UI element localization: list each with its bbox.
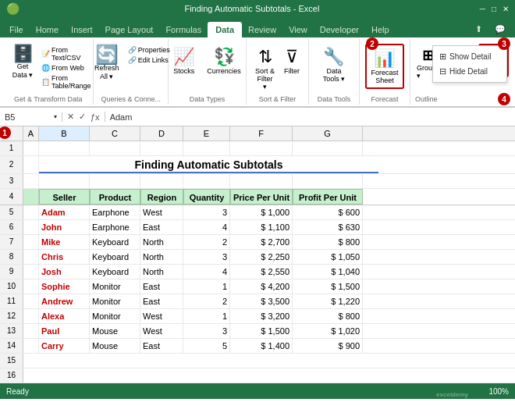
tab-view[interactable]: View bbox=[282, 22, 314, 37]
cell-seller[interactable]: Josh bbox=[39, 265, 90, 279]
cell-seller[interactable]: Paul bbox=[39, 324, 90, 338]
cell-product[interactable]: Keyboard bbox=[90, 235, 140, 249]
cell-profit[interactable]: $ 1,050 bbox=[293, 250, 363, 264]
cancel-formula-icon[interactable]: ✕ bbox=[66, 112, 76, 122]
cell-product[interactable]: Monitor bbox=[90, 294, 140, 308]
cell-region[interactable]: North bbox=[140, 265, 183, 279]
show-detail-button[interactable]: ⊞ Show Detail bbox=[436, 49, 503, 64]
cell-empty[interactable] bbox=[23, 205, 39, 219]
cell-b1[interactable] bbox=[39, 141, 90, 155]
cell-qty[interactable]: 2 bbox=[183, 235, 230, 249]
sort-filter-button[interactable]: ⇅ Sort &Filter ▾ bbox=[251, 44, 279, 94]
cell-empty[interactable] bbox=[23, 339, 39, 353]
col-header-e[interactable]: E bbox=[183, 126, 230, 141]
cell-seller[interactable]: Sophie bbox=[39, 279, 90, 294]
cell-a1[interactable] bbox=[23, 141, 39, 155]
cell-seller-header[interactable]: Seller bbox=[39, 189, 90, 205]
forecast-button[interactable]: 📊 ForecastSheet bbox=[365, 44, 403, 89]
cell-a4[interactable] bbox=[23, 189, 39, 205]
cell-empty[interactable] bbox=[23, 235, 39, 249]
from-text-button[interactable]: 📝From Text/CSV bbox=[39, 45, 94, 62]
from-table-button[interactable]: 📋From Table/Range bbox=[39, 73, 94, 91]
from-web-button[interactable]: 🌐From Web bbox=[39, 63, 94, 73]
cell-seller[interactable]: Adam bbox=[39, 205, 90, 219]
cell-region[interactable]: East bbox=[140, 339, 183, 353]
cell-price[interactable]: $ 1,500 bbox=[230, 324, 293, 338]
cell-c1[interactable] bbox=[90, 141, 140, 155]
tab-help[interactable]: Help bbox=[365, 22, 396, 37]
cell-d3[interactable] bbox=[140, 174, 183, 188]
col-header-d[interactable]: D bbox=[140, 126, 183, 141]
cell-price[interactable]: $ 4,200 bbox=[230, 279, 293, 294]
cell-a3[interactable] bbox=[23, 174, 39, 188]
close-btn[interactable]: ✕ bbox=[503, 5, 509, 13]
cell-qty-header[interactable]: Quantity bbox=[183, 189, 230, 205]
cell-seller[interactable]: Alexa bbox=[39, 309, 90, 323]
tab-data[interactable]: Data bbox=[208, 22, 242, 37]
cell-seller[interactable]: Mike bbox=[39, 235, 90, 249]
cell-profit[interactable]: $ 1,020 bbox=[293, 324, 363, 338]
insert-function-icon[interactable]: ƒx bbox=[89, 112, 101, 122]
cell-price[interactable]: $ 3,200 bbox=[230, 309, 293, 323]
maximize-btn[interactable]: □ bbox=[492, 5, 496, 13]
cell-price[interactable]: $ 1,100 bbox=[230, 220, 293, 234]
cell-product[interactable]: Keyboard bbox=[90, 250, 140, 264]
cell-qty[interactable]: 3 bbox=[183, 205, 230, 219]
cell-region[interactable]: North bbox=[140, 235, 183, 249]
cell-region[interactable]: North bbox=[140, 250, 183, 264]
cell-a2[interactable] bbox=[23, 156, 39, 173]
cell-empty[interactable] bbox=[23, 279, 39, 294]
tab-home[interactable]: Home bbox=[30, 22, 65, 37]
cell-empty[interactable] bbox=[23, 309, 39, 323]
formula-input[interactable]: Adam bbox=[105, 112, 515, 122]
name-box-dropdown[interactable]: ▾ bbox=[54, 113, 57, 120]
cell-b3[interactable] bbox=[39, 174, 90, 188]
col-header-f[interactable]: F bbox=[230, 126, 293, 141]
cell-qty[interactable]: 4 bbox=[183, 265, 230, 279]
cell-price[interactable]: $ 1,000 bbox=[230, 205, 293, 219]
confirm-formula-icon[interactable]: ✓ bbox=[77, 112, 87, 122]
cell-qty[interactable]: 3 bbox=[183, 324, 230, 338]
tab-page-layout[interactable]: Page Layout bbox=[99, 22, 160, 37]
cell-empty[interactable] bbox=[23, 220, 39, 234]
cell-qty[interactable]: 1 bbox=[183, 309, 230, 323]
cell-product[interactable]: Mouse bbox=[90, 324, 140, 338]
zoom-level[interactable]: 100% bbox=[488, 387, 509, 396]
col-header-c[interactable]: C bbox=[90, 126, 140, 141]
tab-review[interactable]: Review bbox=[242, 22, 282, 37]
queries-connections-btn[interactable]: 🔗Properties bbox=[126, 45, 172, 55]
tab-developer[interactable]: Developer bbox=[314, 22, 365, 37]
cell-empty[interactable] bbox=[23, 324, 39, 338]
cell-product[interactable]: Keyboard bbox=[90, 265, 140, 279]
hide-detail-button[interactable]: ⊟ Hide Detail bbox=[436, 64, 503, 79]
name-box[interactable]: B5 ▾ bbox=[0, 112, 62, 122]
cell-region[interactable]: West bbox=[140, 324, 183, 338]
cell-price[interactable]: $ 3,500 bbox=[230, 294, 293, 308]
cell-f3[interactable] bbox=[230, 174, 293, 188]
currencies-button[interactable]: 💱 Currencies bbox=[202, 44, 246, 78]
cell-profit-header[interactable]: Profit Per Unit bbox=[293, 189, 363, 205]
col-header-g[interactable]: G bbox=[293, 126, 363, 141]
cell-f1[interactable] bbox=[230, 141, 293, 155]
cell-product[interactable]: Earphone bbox=[90, 205, 140, 219]
tab-formulas[interactable]: Formulas bbox=[159, 22, 208, 37]
cell-seller[interactable]: Chris bbox=[39, 250, 90, 264]
get-data-button[interactable]: 🗄️ GetData ▾ bbox=[8, 42, 37, 83]
cell-profit[interactable]: $ 1,500 bbox=[293, 279, 363, 294]
cell-empty[interactable] bbox=[23, 265, 39, 279]
cell-empty[interactable] bbox=[23, 250, 39, 264]
cell-e1[interactable] bbox=[183, 141, 230, 155]
cell-profit[interactable]: $ 600 bbox=[293, 205, 363, 219]
refresh-all-button[interactable]: 🔄 RefreshAll ▾ bbox=[90, 42, 124, 84]
filter-button[interactable]: ⊽ Filter bbox=[280, 44, 304, 78]
cell-profit[interactable]: $ 1,220 bbox=[293, 294, 363, 308]
cell-c3[interactable] bbox=[90, 174, 140, 188]
cell-region-header[interactable]: Region bbox=[140, 189, 183, 205]
cell-price[interactable]: $ 2,700 bbox=[230, 235, 293, 249]
cell-qty[interactable]: 4 bbox=[183, 220, 230, 234]
cell-profit[interactable]: $ 800 bbox=[293, 309, 363, 323]
cell-region[interactable]: East bbox=[140, 220, 183, 234]
cell-profit[interactable]: $ 800 bbox=[293, 235, 363, 249]
cell-product[interactable]: Earphone bbox=[90, 220, 140, 234]
cell-g3[interactable] bbox=[293, 174, 363, 188]
